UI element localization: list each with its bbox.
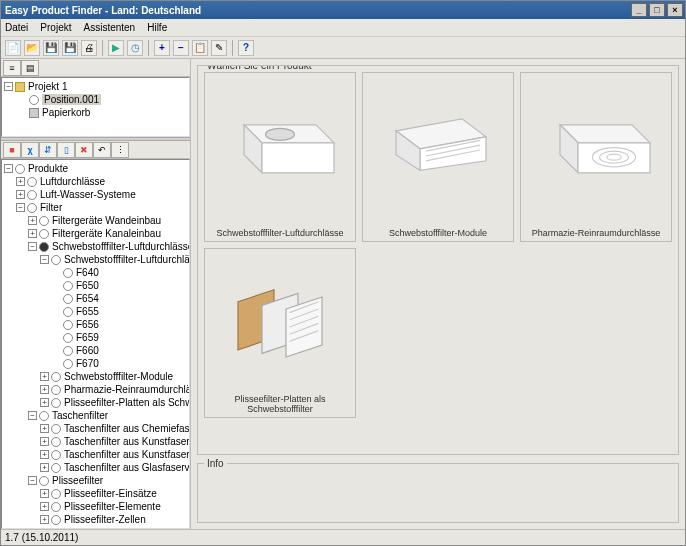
picker-legend: Wählen Sie ein Produkt xyxy=(204,65,315,71)
project-panel-toolbar: ≡ ▤ xyxy=(1,59,190,77)
separator xyxy=(232,40,233,56)
save-icon[interactable]: 💾 xyxy=(62,40,78,56)
node-icon xyxy=(29,95,39,105)
product-caption: Schwebstofffilter-Luftdurchlässe xyxy=(213,225,346,241)
add-icon[interactable]: + xyxy=(154,40,170,56)
panel-btn[interactable]: ■ xyxy=(3,142,21,158)
menu-assistants[interactable]: Assistenten xyxy=(83,22,135,33)
remove-icon[interactable]: − xyxy=(173,40,189,56)
panel-btn[interactable]: ⇵ xyxy=(39,142,57,158)
menu-file[interactable]: Datei xyxy=(5,22,28,33)
help-icon[interactable]: ? xyxy=(238,40,254,56)
svg-point-3 xyxy=(266,129,295,141)
tree-row: Papierkorb xyxy=(4,106,187,119)
close-button[interactable]: × xyxy=(667,3,683,17)
info-legend: Info xyxy=(204,458,227,469)
open-icon[interactable]: 📂 xyxy=(24,40,40,56)
panel-btn[interactable]: ⋮ xyxy=(111,142,129,158)
product-card[interactable]: Schwebstofffilter-Module xyxy=(362,72,514,242)
menubar: Datei Projekt Assistenten Hilfe xyxy=(1,19,685,37)
right-column: Wählen Sie ein Produkt Schwebstofffilter… xyxy=(191,59,685,529)
product-image xyxy=(205,249,355,391)
copy-icon[interactable]: 📋 xyxy=(192,40,208,56)
product-image xyxy=(205,73,355,225)
tree-row: −Projekt 1 xyxy=(4,80,187,93)
tree-row: Position.001 xyxy=(4,93,187,106)
product-caption: Plisseefilter-Platten als Schwebstofffil… xyxy=(205,391,355,417)
tool-icon[interactable]: ◷ xyxy=(127,40,143,56)
panel-btn[interactable]: ≡ xyxy=(3,60,21,76)
product-card[interactable]: Plisseefilter-Platten als Schwebstofffil… xyxy=(204,248,356,418)
statusbar: 1.7 (15.10.2011) xyxy=(1,529,685,545)
panel-btn[interactable]: ▯ xyxy=(57,142,75,158)
minimize-button[interactable]: _ xyxy=(631,3,647,17)
save-icon[interactable]: 💾 xyxy=(43,40,59,56)
product-image xyxy=(521,73,671,225)
menu-help[interactable]: Hilfe xyxy=(147,22,167,33)
run-icon[interactable]: ▶ xyxy=(108,40,124,56)
svg-marker-2 xyxy=(262,143,334,173)
new-icon[interactable]: 📄 xyxy=(5,40,21,56)
maximize-button[interactable]: □ xyxy=(649,3,665,17)
product-picker: Wählen Sie ein Produkt Schwebstofffilter… xyxy=(197,65,679,455)
edit-icon[interactable]: ✎ xyxy=(211,40,227,56)
print-icon[interactable]: 🖨 xyxy=(81,40,97,56)
menu-project[interactable]: Projekt xyxy=(40,22,71,33)
product-card[interactable]: Schwebstofffilter-Luftdurchlässe xyxy=(204,72,356,242)
product-card[interactable]: Pharmazie-Reinraumdurchlässe xyxy=(520,72,672,242)
bin-icon xyxy=(29,108,39,118)
panel-btn[interactable]: ↶ xyxy=(93,142,111,158)
product-caption: Pharmazie-Reinraumdurchlässe xyxy=(529,225,664,241)
info-panel: Info xyxy=(197,463,679,523)
product-caption: Schwebstofffilter-Module xyxy=(386,225,490,241)
product-tree[interactable]: −Produkte +Luftdurchlässe +Luft-Wasser-S… xyxy=(1,159,190,529)
body: ≡ ▤ −Projekt 1 Position.001 Papierkorb ■… xyxy=(1,59,685,529)
separator xyxy=(148,40,149,56)
panel-btn[interactable]: ✖ xyxy=(75,142,93,158)
toolbar: 📄 📂 💾 💾 🖨 ▶ ◷ + − 📋 ✎ ? xyxy=(1,37,685,59)
status-text: 1.7 (15.10.2011) xyxy=(5,532,78,543)
titlebar: Easy Product Finder - Land: Deutschland … xyxy=(1,1,685,19)
panel-btn[interactable]: χ xyxy=(21,142,39,158)
product-image xyxy=(363,73,513,225)
folder-icon xyxy=(15,82,25,92)
app-window: Easy Product Finder - Land: Deutschland … xyxy=(0,0,686,546)
product-panel-toolbar: ■ χ ⇵ ▯ ✖ ↶ ⋮ xyxy=(1,141,190,159)
window-title: Easy Product Finder - Land: Deutschland xyxy=(5,5,629,16)
separator xyxy=(102,40,103,56)
panel-btn[interactable]: ▤ xyxy=(21,60,39,76)
product-grid: Schwebstofffilter-Luftdurchlässe Schwebs… xyxy=(204,72,672,418)
project-tree[interactable]: −Projekt 1 Position.001 Papierkorb xyxy=(1,77,190,137)
left-column: ≡ ▤ −Projekt 1 Position.001 Papierkorb ■… xyxy=(1,59,191,529)
